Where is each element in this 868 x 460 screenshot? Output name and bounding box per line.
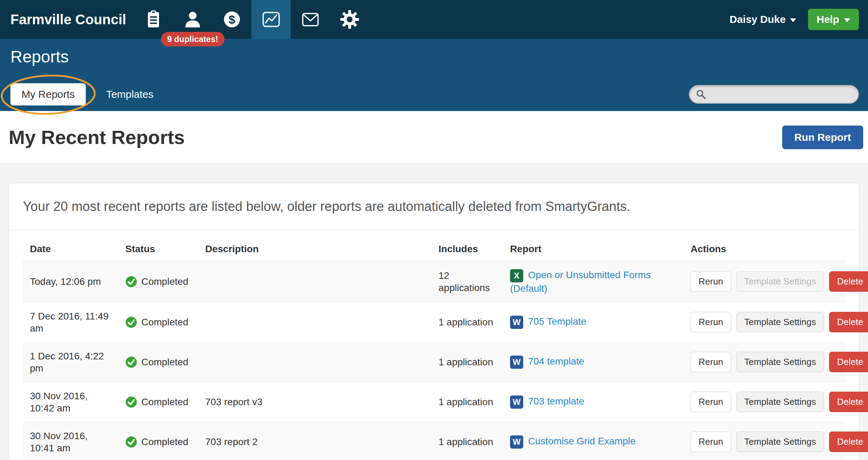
report-link[interactable]: 703 template (528, 396, 584, 407)
table-row: 30 Nov 2016, 10:41 am Completed 703 repo… (23, 422, 845, 460)
template-settings-button[interactable]: Template Settings (736, 312, 824, 332)
my-reports-tab-wrap: My Reports (10, 83, 86, 105)
delete-button[interactable]: Delete (829, 432, 868, 452)
col-header-report: Report (503, 233, 684, 261)
template-settings-button[interactable]: Template Settings (736, 432, 824, 452)
tab-my-reports[interactable]: My Reports (10, 83, 86, 105)
report-description: 703 report 2 (198, 422, 432, 460)
reports-table: Date Status Description Includes Report … (23, 233, 845, 460)
col-header-actions: Actions (684, 233, 845, 261)
report-includes: 1 application (432, 302, 503, 342)
status-text: Completed (141, 356, 188, 368)
completed-check-icon (125, 356, 137, 368)
chart-icon (261, 10, 281, 29)
report-description: 703 report v3 (198, 382, 432, 422)
rerun-button[interactable]: Rerun (691, 432, 731, 452)
report-link[interactable]: Customise Grid Example (528, 436, 636, 446)
status-text: Completed (141, 436, 188, 448)
report-includes: 1 application (432, 382, 503, 422)
rerun-button[interactable]: Rerun (691, 312, 731, 332)
status-text: Completed (141, 275, 188, 288)
file-type-icon: W (510, 316, 523, 329)
report-date: 7 Dec 2016, 11:49 am (23, 302, 118, 342)
report-date: 1 Dec 2016, 4:22 pm (23, 342, 118, 382)
svg-text:$: $ (228, 13, 235, 26)
reports-table-wrap: Date Status Description Includes Report … (9, 230, 859, 460)
nav-tab-settings[interactable] (330, 0, 369, 39)
report-link[interactable]: 705 Template (528, 316, 586, 327)
col-header-includes: Includes (432, 233, 503, 261)
status-badge: Completed (125, 396, 191, 408)
brand[interactable]: Farmville Council (10, 12, 126, 27)
col-header-status: Status (118, 233, 198, 261)
user-name: Daisy Duke (729, 14, 786, 25)
report-link[interactable]: Open or Unsubmitted Forms (Default) (510, 270, 651, 294)
rerun-button[interactable]: Rerun (691, 392, 731, 412)
nav-tab-reports[interactable] (251, 0, 291, 39)
template-settings-button[interactable]: Template Settings (736, 271, 824, 292)
table-row: Today, 12:06 pm Completed 12 application… (23, 261, 845, 303)
reports-card: Your 20 most recent reports are listed b… (9, 183, 859, 460)
status-badge: Completed (125, 275, 191, 288)
completed-check-icon (125, 436, 137, 448)
file-type-icon: W (510, 356, 523, 369)
template-settings-button[interactable]: Template Settings (736, 392, 824, 412)
col-header-description: Description (198, 233, 432, 261)
rerun-button[interactable]: Rerun (691, 271, 731, 292)
search-input[interactable] (710, 88, 852, 100)
col-header-date: Date (23, 233, 118, 261)
table-row: 7 Dec 2016, 11:49 am Completed 1 applica… (23, 302, 845, 342)
help-label: Help (817, 14, 839, 25)
status-text: Completed (141, 396, 188, 408)
file-type-icon: X (510, 269, 523, 282)
delete-button[interactable]: Delete (829, 271, 868, 292)
nav-tab-mail[interactable] (291, 0, 330, 39)
report-date: 30 Nov 2016, 10:41 am (23, 422, 118, 460)
report-date: 30 Nov 2016, 10:42 am (23, 382, 118, 422)
table-header-row: Date Status Description Includes Report … (23, 233, 845, 261)
run-report-button[interactable]: Run Report (782, 126, 863, 149)
report-description (198, 342, 432, 382)
report-description (198, 302, 432, 342)
chevron-down-icon (790, 18, 796, 22)
chevron-down-icon (844, 18, 850, 22)
help-button[interactable]: Help (808, 9, 859, 30)
nav-tab-contacts[interactable]: 9 duplicates! (173, 0, 212, 39)
reports-tabs: My Reports Templates (10, 83, 859, 105)
delete-button[interactable]: Delete (829, 352, 868, 372)
delete-button[interactable]: Delete (829, 312, 868, 332)
table-row: 1 Dec 2016, 4:22 pm Completed 1 applicat… (23, 342, 845, 382)
mail-icon (301, 10, 320, 29)
content-area: Your 20 most recent reports are listed b… (0, 164, 868, 460)
status-badge: Completed (125, 436, 191, 448)
top-navbar: Farmville Council 9 duplicates! $ (0, 0, 868, 39)
file-type-icon: W (510, 435, 523, 449)
nav-icon-tabs: 9 duplicates! $ (134, 0, 369, 39)
rerun-button[interactable]: Rerun (691, 352, 731, 372)
delete-button[interactable]: Delete (829, 392, 868, 412)
table-row: 30 Nov 2016, 10:42 am Completed 703 repo… (23, 382, 845, 422)
gear-icon (340, 10, 359, 29)
user-menu[interactable]: Daisy Duke (729, 14, 796, 25)
report-includes: 1 application (432, 342, 503, 382)
reports-header-band: Reports My Reports Templates (0, 39, 868, 111)
completed-check-icon (125, 276, 137, 288)
template-settings-button[interactable]: Template Settings (736, 352, 824, 372)
completed-check-icon (125, 316, 137, 328)
duplicates-badge[interactable]: 9 duplicates! (161, 32, 225, 46)
status-badge: Completed (125, 316, 191, 328)
search-icon (696, 89, 706, 100)
file-type-icon: W (510, 395, 523, 409)
status-badge: Completed (125, 356, 191, 368)
report-date: Today, 12:06 pm (23, 261, 118, 303)
report-link[interactable]: 704 template (528, 356, 584, 367)
status-text: Completed (141, 316, 188, 328)
intro-text: Your 20 most recent reports are listed b… (9, 183, 859, 230)
section-title: Reports (10, 39, 858, 66)
page-title: My Recent Reports (9, 126, 185, 148)
search-box[interactable] (689, 85, 859, 104)
page-head: My Recent Reports Run Report (0, 111, 868, 164)
report-includes: 12 applications (432, 261, 503, 303)
report-description (198, 261, 432, 303)
tab-templates[interactable]: Templates (95, 83, 165, 105)
